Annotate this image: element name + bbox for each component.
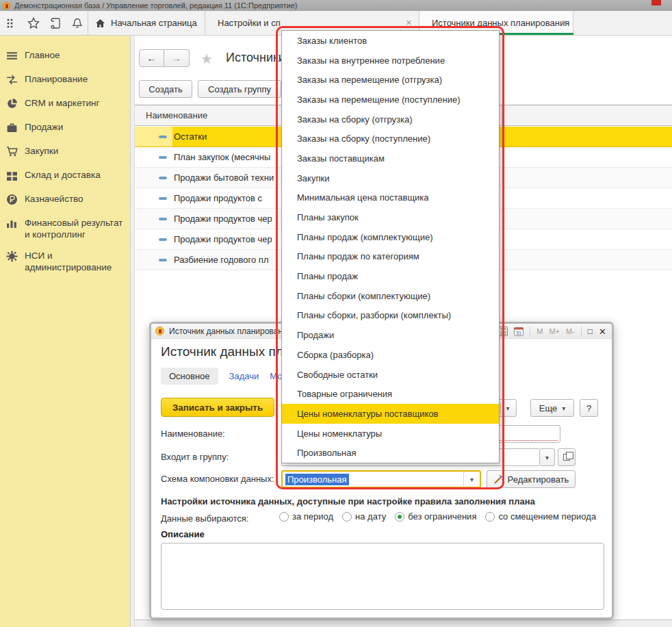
sidebar-item-label: Закупки: [25, 145, 127, 157]
sidebar-divider: [130, 36, 135, 627]
tab-settings-close-icon[interactable]: ✕: [406, 18, 412, 27]
dropdown-item[interactable]: Закупки: [282, 168, 499, 188]
open-list-icon: [563, 454, 570, 461]
item-dash-icon: [159, 259, 167, 261]
sidebar-item-purchases[interactable]: Закупки: [0, 145, 130, 157]
svg-text:31: 31: [516, 331, 521, 335]
memory-m-minus-button[interactable]: M-: [566, 327, 575, 335]
radio-bez-ogranicheniya[interactable]: без ограничения: [395, 511, 476, 522]
dialog-heading: Источник данных пл: [161, 344, 283, 359]
dropdown-item[interactable]: Планы продаж по категориям: [282, 247, 499, 267]
group-open-button[interactable]: [558, 448, 576, 466]
radio-circle-icon: [485, 512, 495, 522]
dropdown-item[interactable]: Сборка (разборка): [282, 345, 499, 365]
schema-combobox[interactable]: Произвольная ▾: [281, 470, 481, 488]
radio-label: без ограничения: [408, 511, 476, 522]
save-and-close-button[interactable]: Записать и закрыть: [161, 398, 274, 417]
favorites-star-icon[interactable]: [27, 17, 40, 29]
dropdown-item[interactable]: Заказы поставщикам: [282, 149, 499, 168]
dropdown-item[interactable]: Заказы клиентов: [282, 31, 499, 51]
group-dropdown-button[interactable]: ▾: [540, 448, 555, 466]
history-icon[interactable]: [49, 17, 62, 29]
sidebar-item-finance[interactable]: Финансовый результат и контроллинг: [0, 217, 130, 240]
dropdown-item[interactable]: Планы сборки, разборки (комплекты): [282, 306, 499, 326]
calendar-icon[interactable]: 31: [514, 327, 524, 336]
create-button[interactable]: Создать: [139, 80, 192, 98]
sidebar-item-label: НСИ и администрирование: [25, 250, 127, 273]
dropdown-item[interactable]: Планы сборки (комплектующие): [282, 286, 499, 306]
schema-value: Произвольная: [285, 474, 349, 485]
radio-so-smeshcheniem[interactable]: со смещением периода: [485, 511, 596, 522]
favorite-star-icon[interactable]: ★: [201, 51, 213, 67]
tab-home-label: Начальная страница: [111, 18, 197, 28]
dropdown-item[interactable]: Цены номенклатуры: [282, 424, 499, 444]
dropdown-item[interactable]: Планы продаж: [282, 266, 499, 286]
dropdown-item[interactable]: Заказы на сборку (поступление): [282, 129, 499, 149]
create-group-button[interactable]: Создать группу: [198, 80, 281, 98]
row-icon-cell: [135, 168, 172, 188]
item-dash-icon: [159, 197, 167, 200]
row-label: Остатки: [172, 131, 207, 142]
edit-schema-button[interactable]: Редактировать: [487, 470, 576, 488]
dropdown-item[interactable]: Заказы на перемещение (поступление): [282, 90, 499, 110]
more-button[interactable]: Еще▾: [530, 399, 574, 417]
row-icon-cell: [135, 250, 172, 270]
1c-dialog-icon: [155, 327, 164, 335]
dropdown-item[interactable]: Заказы на сборку (отгрузка): [282, 110, 499, 129]
tab-more[interactable]: Мо: [270, 371, 282, 381]
dropdown-item[interactable]: Минимальная цена поставщика: [282, 188, 499, 208]
sidebar-item-label: Склад и доставка: [25, 169, 127, 181]
planning-icon: [6, 74, 18, 86]
chevron-down-icon: ▾: [545, 454, 549, 461]
dropdown-item[interactable]: Произвольная: [282, 443, 499, 463]
dropdown-item[interactable]: Свободные остатки: [282, 365, 499, 385]
dropdown-item[interactable]: Заказы на внутреннее потребление: [282, 51, 499, 71]
sidebar-item-treasury[interactable]: Казначейство: [0, 193, 130, 205]
help-button[interactable]: ?: [580, 399, 598, 417]
sidebar-item-nsi-admin[interactable]: НСИ и администрирование: [0, 250, 130, 273]
tab-data-sources-close-icon[interactable]: ✕: [561, 18, 567, 27]
notifications-bell-icon[interactable]: [71, 17, 83, 29]
sidebar-item-planning[interactable]: Планирование: [0, 73, 130, 86]
window-close-button[interactable]: [651, 0, 661, 5]
dropdown-item[interactable]: Товарные ограничения: [282, 384, 499, 404]
dropdown-item[interactable]: Продажи: [282, 325, 499, 345]
back-button[interactable]: ←: [139, 49, 164, 67]
description-textarea[interactable]: [161, 543, 604, 610]
row-label: Продажи продуктов чер: [172, 214, 272, 224]
sections-sidebar: Главное Планирование CRM и маркетинг Про…: [0, 36, 130, 627]
section-title: Настройки источника данных, доступные пр…: [161, 496, 535, 507]
tab-home[interactable]: Начальная страница: [88, 11, 205, 35]
close-icon[interactable]: ✕: [599, 327, 606, 337]
dropdown-item[interactable]: Планы закупок: [282, 207, 499, 227]
sidebar-item-sales[interactable]: Продажи: [0, 121, 130, 133]
tab-tasks[interactable]: Задачи: [229, 371, 259, 381]
apps-menu-icon[interactable]: [5, 17, 18, 29]
row-icon-cell: [135, 147, 172, 167]
warehouse-grid-icon: [6, 170, 18, 181]
menu-icon: [6, 50, 18, 62]
memory-m-button[interactable]: M: [537, 327, 543, 335]
name-field-label: Наименование:: [161, 428, 225, 439]
dropdown-item[interactable]: Заказы на перемещение (отгрузка): [282, 70, 499, 90]
row-label: Продажи продуктов с: [172, 193, 262, 203]
tab-main[interactable]: Основное: [161, 368, 218, 385]
sidebar-item-warehouse[interactable]: Склад и доставка: [0, 169, 130, 181]
maximize-icon[interactable]: □: [588, 327, 593, 336]
sidebar-item-label: Продажи: [25, 121, 127, 133]
schema-dropdown-button[interactable]: ▾: [463, 472, 480, 487]
sidebar-item-label: Финансовый результат и контроллинг: [25, 217, 127, 240]
sidebar-item-crm[interactable]: CRM и маркетинг: [0, 97, 130, 110]
dropdown-item[interactable]: Планы продаж (комплектующие): [282, 227, 499, 247]
home-icon: [95, 18, 105, 28]
forward-button[interactable]: →: [164, 49, 190, 67]
calculator-icon[interactable]: [499, 327, 508, 336]
radio-za-period[interactable]: за период: [279, 511, 333, 522]
item-dash-icon: [159, 136, 167, 138]
dropdown-item-highlighted[interactable]: Цены номенклатуры поставщиков: [282, 404, 499, 424]
row-label: Продажи продуктов чер: [172, 234, 272, 244]
radio-na-datu[interactable]: на дату: [342, 511, 386, 522]
sidebar-item-main[interactable]: Главное: [0, 49, 130, 62]
memory-m-plus-button[interactable]: M+: [549, 327, 560, 335]
row-label: План закупок (месячны: [172, 152, 270, 162]
